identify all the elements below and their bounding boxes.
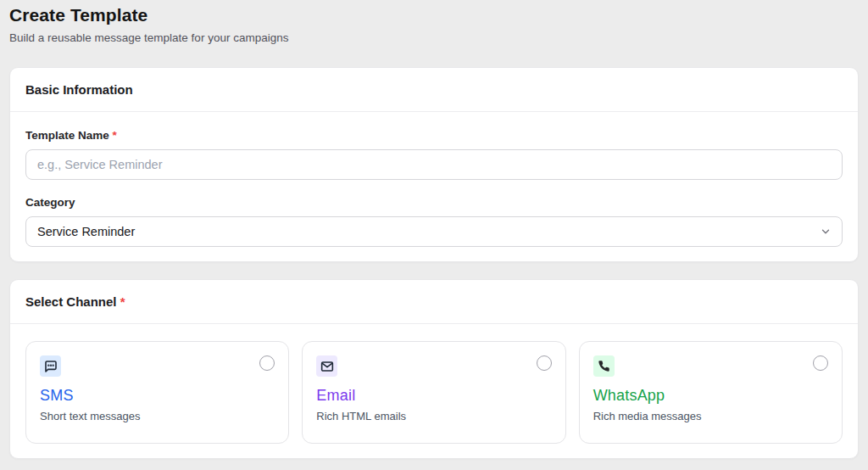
channel-name: WhatsApp bbox=[593, 387, 828, 405]
select-channel-body: SMS Short text messages Email Rich HTML … bbox=[10, 324, 858, 458]
channel-top-row bbox=[316, 355, 551, 377]
page-title: Create Template bbox=[9, 5, 859, 25]
page-subtitle: Build a reusable message template for yo… bbox=[9, 31, 859, 44]
category-select[interactable]: Service Reminder bbox=[25, 216, 843, 247]
select-channel-card: Select Channel * SMS Short t bbox=[9, 279, 859, 459]
channel-description: Short text messages bbox=[40, 410, 275, 422]
required-asterisk: * bbox=[120, 294, 125, 309]
channel-description: Rich HTML emails bbox=[316, 410, 551, 422]
basic-information-title: Basic Information bbox=[25, 82, 133, 97]
phone-icon bbox=[593, 355, 615, 377]
template-name-label: Template Name * bbox=[25, 129, 843, 142]
template-name-field-group: Template Name * bbox=[25, 129, 843, 180]
channel-top-row bbox=[593, 355, 828, 377]
channel-name: Email bbox=[316, 387, 551, 405]
template-name-input[interactable] bbox=[25, 149, 843, 180]
select-channel-title: Select Channel * bbox=[25, 294, 125, 309]
basic-information-card: Basic Information Template Name * Catego… bbox=[9, 67, 859, 262]
category-label: Category bbox=[25, 196, 843, 209]
message-bubble-icon bbox=[40, 355, 61, 377]
category-field-group: Category Service Reminder bbox=[25, 196, 843, 247]
channel-name: SMS bbox=[40, 387, 275, 405]
page-header: Create Template Build a reusable message… bbox=[9, 5, 859, 44]
template-name-label-text: Template Name bbox=[25, 129, 109, 142]
channel-radio-whatsapp[interactable] bbox=[813, 355, 828, 371]
channel-option-email[interactable]: Email Rich HTML emails bbox=[302, 341, 565, 444]
select-channel-header: Select Channel * bbox=[10, 280, 858, 324]
channel-description: Rich media messages bbox=[593, 410, 828, 422]
channel-top-row bbox=[40, 355, 275, 377]
channel-radio-email[interactable] bbox=[537, 355, 552, 371]
required-asterisk: * bbox=[113, 129, 117, 142]
envelope-icon bbox=[316, 355, 337, 377]
select-channel-title-text: Select Channel bbox=[25, 294, 117, 309]
channel-option-whatsapp[interactable]: WhatsApp Rich media messages bbox=[579, 341, 843, 444]
category-select-wrap: Service Reminder bbox=[25, 216, 843, 247]
basic-information-header: Basic Information bbox=[10, 68, 858, 112]
channel-grid: SMS Short text messages Email Rich HTML … bbox=[25, 341, 843, 444]
channel-radio-sms[interactable] bbox=[259, 355, 275, 371]
basic-information-body: Template Name * Category Service Reminde… bbox=[10, 112, 858, 261]
channel-option-sms[interactable]: SMS Short text messages bbox=[25, 341, 289, 444]
